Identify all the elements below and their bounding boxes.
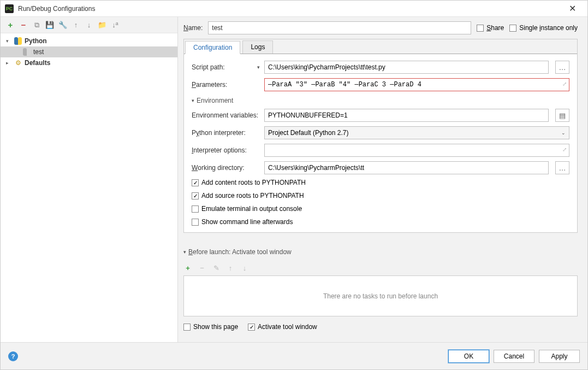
script-path-label: Script path: ▾ xyxy=(192,63,260,71)
script-path-input[interactable] xyxy=(264,61,549,74)
tree-node-test[interactable]: test xyxy=(1,46,177,57)
apply-button[interactable]: Apply xyxy=(539,350,580,363)
checkbox-icon xyxy=(192,179,199,186)
working-dir-field[interactable] xyxy=(268,164,545,172)
share-label: Share xyxy=(486,24,504,32)
folder-icon[interactable]: 📁 xyxy=(98,21,106,30)
cancel-button[interactable]: Cancel xyxy=(494,350,534,363)
tree-label: Python xyxy=(25,37,47,45)
chevron-down-icon: ▾ xyxy=(6,38,11,44)
copy-icon[interactable]: ⧉ xyxy=(32,21,41,30)
before-launch-section: ▾ Before launch: Activate tool window + … xyxy=(183,243,578,316)
tree-node-python[interactable]: ▾ Python xyxy=(1,36,177,46)
move-down-icon[interactable]: ↓ xyxy=(85,21,93,30)
before-launch-label: Before launch: Activate tool window xyxy=(188,248,292,256)
name-row: Name: Share Single instance only xyxy=(178,17,587,39)
check-show-cmdline[interactable]: Show command line afterwards xyxy=(192,218,569,226)
check-activate-tool-window[interactable]: Activate tool window xyxy=(248,323,317,331)
interpreter-value: Project Default (Python 2.7) xyxy=(268,129,348,137)
row-parameters: Parameters: ⤢ xyxy=(192,78,569,91)
edit-icon[interactable]: ✎ xyxy=(212,263,221,272)
script-path-field[interactable] xyxy=(268,63,545,71)
parameters-field[interactable] xyxy=(268,81,566,89)
save-icon[interactable]: 💾 xyxy=(45,21,54,30)
interpreter-options-label: Interpreter options: xyxy=(192,146,260,154)
chevron-down-icon: ▾ xyxy=(192,98,194,103)
row-script-path: Script path: ▾ … xyxy=(192,61,569,74)
check-label: Add source roots to PYTHONPATH xyxy=(201,192,304,199)
tab-logs[interactable]: Logs xyxy=(242,40,273,54)
checkbox-icon xyxy=(183,324,191,331)
row-interpreter: Python interpreter: Project Default (Pyt… xyxy=(192,126,569,139)
move-down-icon[interactable]: ↓ xyxy=(240,263,249,272)
titlebar: PC Run/Debug Configurations ✕ xyxy=(1,1,587,17)
before-launch-header[interactable]: ▾ Before launch: Activate tool window xyxy=(183,248,578,256)
env-vars-input[interactable] xyxy=(264,109,549,122)
row-working-dir: Working directory: … xyxy=(192,161,569,174)
browse-button[interactable]: … xyxy=(555,61,569,74)
wrench-icon[interactable]: 🔧 xyxy=(58,21,67,30)
parameters-input[interactable]: ⤢ xyxy=(264,78,569,91)
pythonpath-checks: Add content roots to PYTHONPATH Add sour… xyxy=(192,179,569,226)
working-dir-label: Working directory: xyxy=(192,164,260,172)
interpreter-select[interactable]: Project Default (Python 2.7) ⌄ xyxy=(264,126,569,139)
content-area: + − ⧉ 💾 🔧 ↑ ↓ 📁 ↓ª ▾ Python test xyxy=(1,17,587,342)
checkbox-icon xyxy=(509,25,516,32)
chevron-down-icon: ▾ xyxy=(183,249,186,255)
chevron-right-icon: ▸ xyxy=(6,60,11,66)
env-vars-field[interactable] xyxy=(268,111,545,119)
move-up-icon[interactable]: ↑ xyxy=(226,263,235,272)
chevron-down-icon: ⌄ xyxy=(561,130,566,136)
tree-node-defaults[interactable]: ▸ ⚙ Defaults xyxy=(1,57,177,68)
sort-icon[interactable]: ↓ª xyxy=(111,21,120,30)
check-add-content-roots[interactable]: Add content roots to PYTHONPATH xyxy=(192,179,569,186)
tree-label: test xyxy=(33,48,44,56)
remove-icon[interactable]: − xyxy=(198,263,206,272)
single-instance-label: Single instance only xyxy=(519,24,578,32)
chevron-down-icon[interactable]: ▾ xyxy=(257,64,260,70)
gear-icon: ⚙ xyxy=(14,58,22,67)
remove-icon[interactable]: − xyxy=(19,21,28,30)
add-icon[interactable]: + xyxy=(6,21,15,30)
before-launch-tasks: There are no tasks to run before launch xyxy=(183,275,578,316)
check-add-source-roots[interactable]: Add source roots to PYTHONPATH xyxy=(192,192,569,199)
share-checkbox[interactable]: Share xyxy=(477,24,504,32)
name-input[interactable] xyxy=(208,21,471,34)
expand-icon[interactable]: ⤢ xyxy=(562,81,567,87)
check-show-this-page[interactable]: Show this page xyxy=(183,323,238,331)
check-label: Show command line afterwards xyxy=(201,218,293,226)
move-up-icon[interactable]: ↑ xyxy=(72,21,80,30)
sidebar-toolbar: + − ⧉ 💾 🔧 ↑ ↓ 📁 ↓ª xyxy=(1,17,177,33)
add-icon[interactable]: + xyxy=(183,263,192,272)
before-launch-toolbar: + − ✎ ↑ ↓ xyxy=(183,260,578,275)
environment-section-header[interactable]: ▾ Environment xyxy=(192,97,569,104)
tab-body-configuration: Script path: ▾ … Parameters: ⤢ xyxy=(184,54,577,232)
python-icon xyxy=(22,48,31,56)
env-vars-edit-button[interactable]: ▤ xyxy=(555,109,569,122)
check-label: Show this page xyxy=(193,323,238,331)
browse-button[interactable]: … xyxy=(555,161,569,174)
checkbox-icon xyxy=(248,324,255,331)
ok-button[interactable]: OK xyxy=(448,350,489,363)
single-instance-checkbox[interactable]: Single instance only xyxy=(509,24,578,32)
expand-icon[interactable]: ⤢ xyxy=(562,146,567,152)
env-vars-label: Environment variables: xyxy=(192,111,260,119)
check-label: Emulate terminal in output console xyxy=(201,205,302,213)
check-emulate-terminal[interactable]: Emulate terminal in output console xyxy=(192,205,569,213)
interpreter-options-input[interactable]: ⤢ xyxy=(264,144,569,157)
close-icon[interactable]: ✕ xyxy=(561,1,583,17)
interpreter-options-field[interactable] xyxy=(268,146,566,154)
checkbox-icon xyxy=(192,192,199,199)
parameters-label: Parameters: xyxy=(192,81,260,89)
tabs-panel: Configuration Logs Script path: ▾ … xyxy=(183,39,578,233)
empty-tasks-text: There are no tasks to run before launch xyxy=(323,292,438,300)
config-tree: ▾ Python test ▸ ⚙ Defaults xyxy=(1,33,177,342)
tab-configuration[interactable]: Configuration xyxy=(185,41,240,54)
dialog-footer: ? OK Cancel Apply xyxy=(1,342,587,369)
help-icon[interactable]: ? xyxy=(8,351,18,361)
checkbox-icon xyxy=(192,219,199,226)
window-title: Run/Debug Configurations xyxy=(18,5,561,13)
bottom-check-row: Show this page Activate tool window xyxy=(183,323,578,331)
working-dir-input[interactable] xyxy=(264,161,549,174)
name-label: Name: xyxy=(183,24,203,32)
